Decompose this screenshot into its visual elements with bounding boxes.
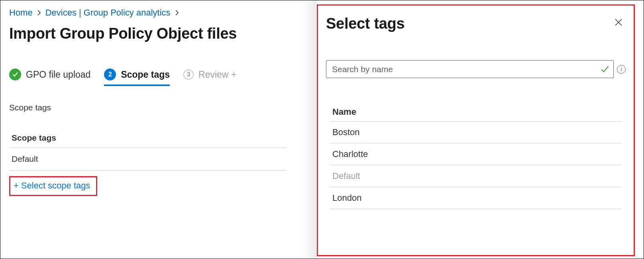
- breadcrumb: Home Devices | Group Policy analytics: [9, 8, 287, 18]
- list-item[interactable]: Default: [330, 165, 622, 187]
- chevron-right-icon: [175, 10, 179, 16]
- list-item[interactable]: London: [330, 187, 622, 209]
- scope-tags-table: Scope tags Default: [9, 128, 287, 171]
- step-number-icon: 2: [104, 69, 116, 80]
- check-icon: [600, 65, 610, 74]
- table-row: Default: [9, 148, 287, 171]
- breadcrumb-devices[interactable]: Devices | Group Policy analytics: [45, 8, 171, 18]
- step-review[interactable]: 3 Review +: [183, 69, 236, 84]
- list-item[interactable]: Charlotte: [330, 143, 622, 165]
- plus-icon: +: [14, 181, 19, 191]
- close-icon: [614, 18, 623, 27]
- column-header: Name: [330, 103, 622, 122]
- search-input[interactable]: [326, 60, 614, 78]
- chevron-right-icon: [37, 10, 41, 16]
- select-scope-tags-button[interactable]: + Select scope tags: [14, 181, 90, 191]
- highlight-box: + Select scope tags: [9, 176, 97, 196]
- panel-title: Select tags: [326, 15, 404, 32]
- step-label: GPO file upload: [26, 69, 90, 80]
- breadcrumb-home[interactable]: Home: [9, 8, 33, 18]
- info-icon[interactable]: i: [617, 65, 626, 74]
- panel-shadow: [301, 0, 317, 259]
- tag-list: Name Boston Charlotte Default London: [326, 103, 626, 209]
- check-icon: [9, 69, 21, 80]
- search-box: [326, 60, 614, 78]
- step-scope-tags[interactable]: 2 Scope tags: [104, 69, 170, 84]
- main-content: Home Devices | Group Policy analytics Im…: [0, 0, 295, 259]
- step-number-icon: 3: [183, 69, 194, 80]
- list-item[interactable]: Boston: [330, 122, 622, 143]
- section-heading: Scope tags: [9, 103, 287, 112]
- wizard-stepper: GPO file upload 2 Scope tags 3 Review +: [9, 69, 287, 84]
- step-label: Scope tags: [121, 69, 170, 80]
- column-header: Scope tags: [9, 128, 287, 148]
- select-tags-panel: Select tags i Name Boston Charlotte Defa…: [317, 4, 635, 256]
- close-button[interactable]: [611, 15, 626, 29]
- step-gpo-upload[interactable]: GPO file upload: [9, 69, 90, 84]
- page-title: Import Group Policy Object files: [9, 25, 287, 42]
- button-label: Select scope tags: [21, 181, 90, 191]
- step-label: Review +: [198, 69, 236, 80]
